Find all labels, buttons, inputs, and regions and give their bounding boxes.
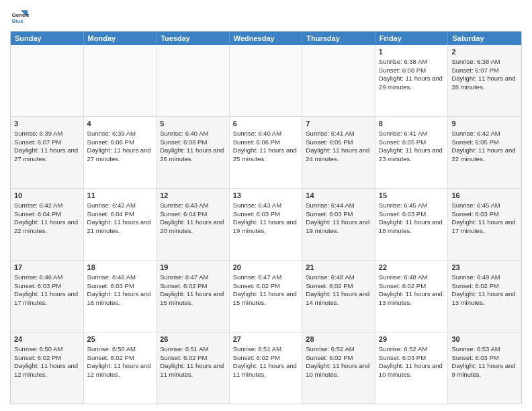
sunset-text: Sunset: 6:04 PM: [87, 210, 134, 218]
daylight-text: Daylight: 11 hours and 29 minutes.: [379, 75, 443, 91]
sunset-text: Sunset: 6:04 PM: [160, 210, 207, 218]
daylight-text: Daylight: 11 hours and 19 minutes.: [306, 218, 369, 234]
calendar-cell: 26Sunrise: 6:51 AMSunset: 6:02 PMDayligh…: [157, 332, 230, 404]
daylight-text: Daylight: 11 hours and 28 minutes.: [451, 75, 515, 91]
calendar-cell: 10Sunrise: 6:42 AMSunset: 6:04 PMDayligh…: [11, 189, 84, 260]
day-number: 23: [451, 263, 518, 273]
calendar-body: 1Sunrise: 6:38 AMSunset: 6:08 PMDaylight…: [11, 45, 521, 404]
day-number: 2: [451, 47, 518, 57]
sunrise-text: Sunrise: 6:42 AM: [87, 201, 136, 209]
calendar-cell: 25Sunrise: 6:50 AMSunset: 6:02 PMDayligh…: [84, 332, 157, 404]
day-number: 27: [233, 334, 299, 345]
sunrise-text: Sunrise: 6:44 AM: [306, 201, 354, 209]
sunrise-text: Sunrise: 6:50 AM: [14, 345, 62, 353]
sunset-text: Sunset: 6:02 PM: [160, 282, 207, 289]
calendar-cell: [157, 45, 230, 116]
calendar-cell: 16Sunrise: 6:45 AMSunset: 6:03 PMDayligh…: [448, 189, 521, 260]
sunset-text: Sunset: 6:04 PM: [14, 210, 61, 218]
sunset-text: Sunset: 6:03 PM: [306, 210, 353, 218]
sunrise-text: Sunrise: 6:41 AM: [379, 130, 427, 137]
daylight-text: Daylight: 11 hours and 12 minutes.: [14, 362, 78, 378]
daylight-text: Daylight: 11 hours and 11 minutes.: [233, 362, 297, 378]
weekday-header: Wednesday: [230, 32, 303, 45]
weekday-header: Sunday: [11, 32, 84, 45]
sunset-text: Sunset: 6:03 PM: [14, 282, 61, 289]
day-number: 5: [160, 119, 226, 129]
day-number: 19: [160, 263, 226, 273]
calendar-cell: 4Sunrise: 6:39 AMSunset: 6:06 PMDaylight…: [84, 117, 157, 188]
sunset-text: Sunset: 6:03 PM: [379, 354, 426, 361]
sunset-text: Sunset: 6:02 PM: [233, 354, 280, 361]
sunset-text: Sunset: 6:03 PM: [379, 210, 426, 218]
day-number: 18: [87, 263, 153, 273]
day-number: 8: [379, 119, 445, 129]
sunset-text: Sunset: 6:07 PM: [451, 66, 498, 74]
day-number: 10: [14, 191, 80, 201]
sunset-text: Sunset: 6:03 PM: [233, 210, 280, 218]
daylight-text: Daylight: 11 hours and 22 minutes.: [14, 218, 78, 234]
sunset-text: Sunset: 6:05 PM: [451, 138, 498, 146]
sunrise-text: Sunrise: 6:38 AM: [451, 58, 500, 65]
sunset-text: Sunset: 6:06 PM: [87, 138, 134, 146]
day-number: 7: [306, 119, 371, 129]
day-number: 9: [451, 119, 518, 129]
day-number: 4: [87, 119, 153, 129]
sunrise-text: Sunrise: 6:40 AM: [160, 130, 208, 137]
calendar-cell: 21Sunrise: 6:48 AMSunset: 6:02 PMDayligh…: [302, 261, 375, 332]
calendar-header: SundayMondayTuesdayWednesdayThursdayFrid…: [11, 32, 521, 45]
daylight-text: Daylight: 11 hours and 22 minutes.: [451, 146, 515, 163]
weekday-header: Thursday: [302, 32, 375, 45]
calendar: SundayMondayTuesdayWednesdayThursdayFrid…: [10, 31, 522, 404]
day-number: 1: [379, 47, 445, 57]
sunset-text: Sunset: 6:02 PM: [160, 354, 207, 361]
calendar-cell: 24Sunrise: 6:50 AMSunset: 6:02 PMDayligh…: [11, 332, 84, 404]
daylight-text: Daylight: 11 hours and 24 minutes.: [306, 146, 369, 163]
sunset-text: Sunset: 6:08 PM: [379, 66, 426, 74]
daylight-text: Daylight: 11 hours and 16 minutes.: [87, 290, 151, 306]
day-number: 12: [160, 191, 226, 201]
weekday-header: Tuesday: [157, 32, 230, 45]
sunrise-text: Sunrise: 6:43 AM: [160, 201, 208, 209]
day-number: 25: [87, 334, 153, 345]
day-number: 22: [379, 263, 445, 273]
calendar-cell: 3Sunrise: 6:39 AMSunset: 6:07 PMDaylight…: [11, 117, 84, 188]
sunrise-text: Sunrise: 6:49 AM: [451, 273, 500, 281]
sunset-text: Sunset: 6:02 PM: [451, 282, 498, 289]
daylight-text: Daylight: 11 hours and 10 minutes.: [379, 362, 443, 378]
day-number: 16: [451, 191, 518, 201]
day-number: 3: [14, 119, 80, 129]
sunrise-text: Sunrise: 6:42 AM: [451, 130, 500, 137]
calendar-cell: 28Sunrise: 6:52 AMSunset: 6:02 PMDayligh…: [302, 332, 375, 404]
sunset-text: Sunset: 6:06 PM: [233, 138, 280, 146]
calendar-cell: 2Sunrise: 6:38 AMSunset: 6:07 PMDaylight…: [448, 45, 521, 116]
sunrise-text: Sunrise: 6:46 AM: [87, 273, 136, 281]
calendar-cell: 1Sunrise: 6:38 AMSunset: 6:08 PMDaylight…: [375, 45, 449, 116]
day-number: 24: [14, 334, 80, 345]
calendar-cell: [11, 45, 84, 116]
calendar-cell: 19Sunrise: 6:47 AMSunset: 6:02 PMDayligh…: [157, 261, 230, 332]
calendar-cell: 9Sunrise: 6:42 AMSunset: 6:05 PMDaylight…: [448, 117, 521, 188]
daylight-text: Daylight: 11 hours and 17 minutes.: [14, 290, 78, 306]
daylight-text: Daylight: 11 hours and 14 minutes.: [306, 290, 369, 306]
sunset-text: Sunset: 6:02 PM: [379, 282, 426, 289]
calendar-week-row: 1Sunrise: 6:38 AMSunset: 6:08 PMDaylight…: [11, 45, 521, 117]
calendar-cell: 14Sunrise: 6:44 AMSunset: 6:03 PMDayligh…: [302, 189, 375, 260]
sunrise-text: Sunrise: 6:51 AM: [233, 345, 281, 353]
daylight-text: Daylight: 11 hours and 12 minutes.: [87, 362, 151, 378]
calendar-cell: 7Sunrise: 6:41 AMSunset: 6:05 PMDaylight…: [302, 117, 375, 188]
sunrise-text: Sunrise: 6:39 AM: [87, 130, 136, 137]
calendar-week-row: 24Sunrise: 6:50 AMSunset: 6:02 PMDayligh…: [11, 332, 521, 404]
sunrise-text: Sunrise: 6:52 AM: [379, 345, 427, 353]
svg-text:General: General: [12, 12, 29, 18]
sunset-text: Sunset: 6:06 PM: [160, 138, 207, 146]
weekday-header: Friday: [375, 32, 449, 45]
day-number: 17: [14, 263, 80, 273]
day-number: 30: [451, 334, 518, 345]
sunset-text: Sunset: 6:02 PM: [14, 354, 61, 361]
page: General Blue SundayMondayTuesdayWednesda…: [0, 0, 532, 411]
calendar-cell: 12Sunrise: 6:43 AMSunset: 6:04 PMDayligh…: [157, 189, 230, 260]
sunrise-text: Sunrise: 6:53 AM: [451, 345, 500, 353]
calendar-cell: 20Sunrise: 6:47 AMSunset: 6:02 PMDayligh…: [230, 261, 303, 332]
daylight-text: Daylight: 11 hours and 27 minutes.: [14, 146, 78, 163]
sunset-text: Sunset: 6:03 PM: [87, 282, 134, 289]
